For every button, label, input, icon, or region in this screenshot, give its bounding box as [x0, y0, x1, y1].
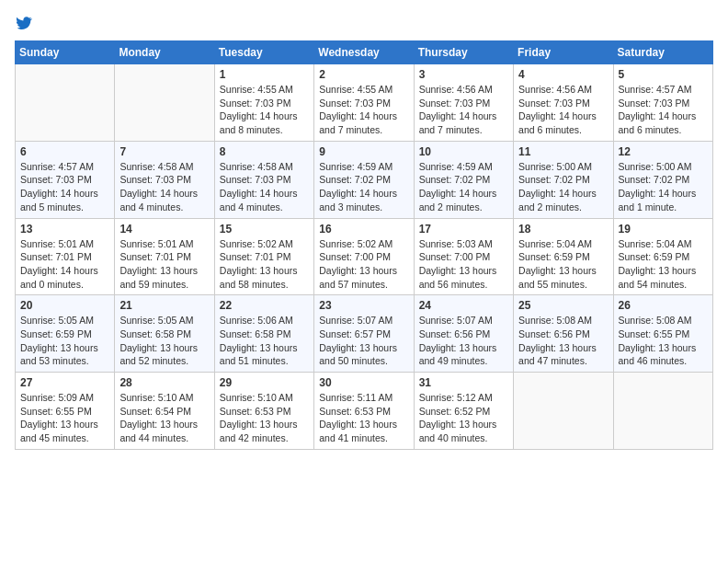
day-number: 27 — [20, 376, 109, 389]
day-number: 3 — [419, 68, 508, 81]
calendar-header-wednesday: Wednesday — [314, 41, 414, 64]
day-info: Sunrise: 5:01 AM Sunset: 7:01 PM Dayligh… — [119, 237, 209, 292]
day-info: Sunrise: 5:02 AM Sunset: 7:00 PM Dayligh… — [319, 237, 408, 292]
calendar-cell: 18Sunrise: 5:04 AM Sunset: 6:59 PM Dayli… — [514, 218, 613, 295]
calendar-cell: 9Sunrise: 4:59 AM Sunset: 7:02 PM Daylig… — [314, 141, 414, 218]
calendar-header-monday: Monday — [115, 41, 214, 64]
calendar-cell: 7Sunrise: 4:58 AM Sunset: 7:03 PM Daylig… — [115, 141, 214, 218]
day-info: Sunrise: 5:04 AM Sunset: 6:59 PM Dayligh… — [619, 237, 708, 292]
calendar-cell: 27Sunrise: 5:09 AM Sunset: 6:55 PM Dayli… — [16, 373, 115, 450]
day-number: 4 — [518, 68, 608, 81]
calendar-cell: 23Sunrise: 5:07 AM Sunset: 6:57 PM Dayli… — [314, 295, 414, 373]
calendar-cell: 28Sunrise: 5:10 AM Sunset: 6:54 PM Dayli… — [115, 373, 214, 450]
page-header — [15, 15, 713, 31]
day-info: Sunrise: 4:55 AM Sunset: 7:03 PM Dayligh… — [220, 83, 309, 137]
calendar-cell: 25Sunrise: 5:08 AM Sunset: 6:56 PM Dayli… — [514, 295, 613, 373]
day-number: 6 — [20, 145, 109, 158]
day-number: 19 — [619, 223, 708, 236]
calendar-cell — [613, 373, 712, 450]
day-info: Sunrise: 4:55 AM Sunset: 7:03 PM Dayligh… — [319, 83, 408, 137]
day-number: 30 — [319, 376, 408, 389]
day-number: 10 — [419, 145, 508, 158]
day-number: 31 — [419, 376, 508, 389]
day-info: Sunrise: 5:05 AM Sunset: 6:59 PM Dayligh… — [20, 314, 109, 368]
day-info: Sunrise: 4:59 AM Sunset: 7:02 PM Dayligh… — [319, 160, 408, 214]
calendar-cell: 24Sunrise: 5:07 AM Sunset: 6:56 PM Dayli… — [414, 295, 513, 373]
day-number: 12 — [619, 145, 708, 158]
calendar-cell — [115, 64, 214, 142]
calendar-cell: 13Sunrise: 5:01 AM Sunset: 7:01 PM Dayli… — [16, 218, 115, 295]
day-info: Sunrise: 4:58 AM Sunset: 7:03 PM Dayligh… — [220, 160, 309, 214]
logo-bird-icon — [17, 15, 33, 31]
day-number: 22 — [220, 299, 309, 312]
day-info: Sunrise: 5:00 AM Sunset: 7:02 PM Dayligh… — [619, 160, 708, 214]
day-info: Sunrise: 5:01 AM Sunset: 7:01 PM Dayligh… — [20, 237, 109, 292]
calendar-header-saturday: Saturday — [613, 41, 712, 64]
logo — [15, 15, 33, 31]
calendar-cell — [16, 64, 115, 142]
calendar-cell: 19Sunrise: 5:04 AM Sunset: 6:59 PM Dayli… — [613, 218, 712, 295]
day-number: 20 — [20, 299, 109, 312]
day-info: Sunrise: 5:05 AM Sunset: 6:58 PM Dayligh… — [119, 314, 209, 368]
calendar-header-sunday: Sunday — [16, 41, 115, 64]
day-number: 8 — [220, 145, 309, 158]
day-number: 17 — [419, 223, 508, 236]
calendar-cell: 22Sunrise: 5:06 AM Sunset: 6:58 PM Dayli… — [214, 295, 313, 373]
calendar-cell: 26Sunrise: 5:08 AM Sunset: 6:55 PM Dayli… — [613, 295, 712, 373]
calendar-cell: 2Sunrise: 4:55 AM Sunset: 7:03 PM Daylig… — [314, 64, 414, 142]
day-info: Sunrise: 5:04 AM Sunset: 6:59 PM Dayligh… — [518, 237, 608, 292]
day-number: 14 — [119, 223, 209, 236]
calendar-cell: 30Sunrise: 5:11 AM Sunset: 6:53 PM Dayli… — [314, 373, 414, 450]
calendar-cell: 5Sunrise: 4:57 AM Sunset: 7:03 PM Daylig… — [613, 64, 712, 142]
day-number: 29 — [220, 376, 309, 389]
day-number: 25 — [518, 299, 608, 312]
calendar-header-tuesday: Tuesday — [214, 41, 313, 64]
day-number: 24 — [419, 299, 508, 312]
day-number: 16 — [319, 223, 408, 236]
calendar-cell: 15Sunrise: 5:02 AM Sunset: 7:01 PM Dayli… — [214, 218, 313, 295]
calendar-cell: 6Sunrise: 4:57 AM Sunset: 7:03 PM Daylig… — [16, 141, 115, 218]
day-info: Sunrise: 5:09 AM Sunset: 6:55 PM Dayligh… — [20, 391, 109, 445]
day-info: Sunrise: 5:06 AM Sunset: 6:58 PM Dayligh… — [220, 314, 309, 368]
calendar-table: SundayMondayTuesdayWednesdayThursdayFrid… — [15, 40, 713, 450]
calendar-week-row: 13Sunrise: 5:01 AM Sunset: 7:01 PM Dayli… — [16, 218, 713, 295]
calendar-cell: 12Sunrise: 5:00 AM Sunset: 7:02 PM Dayli… — [613, 141, 712, 218]
day-info: Sunrise: 4:56 AM Sunset: 7:03 PM Dayligh… — [419, 83, 508, 137]
calendar-cell: 8Sunrise: 4:58 AM Sunset: 7:03 PM Daylig… — [214, 141, 313, 218]
day-info: Sunrise: 4:56 AM Sunset: 7:03 PM Dayligh… — [518, 83, 608, 137]
calendar-cell: 11Sunrise: 5:00 AM Sunset: 7:02 PM Dayli… — [514, 141, 613, 218]
day-number: 15 — [220, 223, 309, 236]
calendar-week-row: 1Sunrise: 4:55 AM Sunset: 7:03 PM Daylig… — [16, 64, 713, 142]
calendar-cell: 17Sunrise: 5:03 AM Sunset: 7:00 PM Dayli… — [414, 218, 513, 295]
day-info: Sunrise: 4:58 AM Sunset: 7:03 PM Dayligh… — [119, 160, 209, 214]
day-number: 28 — [119, 376, 209, 389]
day-number: 23 — [319, 299, 408, 312]
day-number: 5 — [619, 68, 708, 81]
calendar-cell: 16Sunrise: 5:02 AM Sunset: 7:00 PM Dayli… — [314, 218, 414, 295]
day-info: Sunrise: 5:07 AM Sunset: 6:57 PM Dayligh… — [319, 314, 408, 368]
calendar-week-row: 20Sunrise: 5:05 AM Sunset: 6:59 PM Dayli… — [16, 295, 713, 373]
day-info: Sunrise: 4:57 AM Sunset: 7:03 PM Dayligh… — [619, 83, 708, 137]
day-info: Sunrise: 4:57 AM Sunset: 7:03 PM Dayligh… — [20, 160, 109, 214]
calendar-week-row: 6Sunrise: 4:57 AM Sunset: 7:03 PM Daylig… — [16, 141, 713, 218]
day-number: 13 — [20, 223, 109, 236]
calendar-cell: 4Sunrise: 4:56 AM Sunset: 7:03 PM Daylig… — [514, 64, 613, 142]
day-number: 26 — [619, 299, 708, 312]
day-info: Sunrise: 5:11 AM Sunset: 6:53 PM Dayligh… — [319, 391, 408, 445]
calendar-cell: 14Sunrise: 5:01 AM Sunset: 7:01 PM Dayli… — [115, 218, 214, 295]
day-info: Sunrise: 5:07 AM Sunset: 6:56 PM Dayligh… — [419, 314, 508, 368]
day-number: 21 — [119, 299, 209, 312]
calendar-cell — [514, 373, 613, 450]
day-info: Sunrise: 5:10 AM Sunset: 6:53 PM Dayligh… — [220, 391, 309, 445]
calendar-header-row: SundayMondayTuesdayWednesdayThursdayFrid… — [16, 41, 713, 64]
day-info: Sunrise: 5:08 AM Sunset: 6:56 PM Dayligh… — [518, 314, 608, 368]
calendar-cell: 21Sunrise: 5:05 AM Sunset: 6:58 PM Dayli… — [115, 295, 214, 373]
calendar-cell: 20Sunrise: 5:05 AM Sunset: 6:59 PM Dayli… — [16, 295, 115, 373]
calendar-header-friday: Friday — [514, 41, 613, 64]
day-info: Sunrise: 4:59 AM Sunset: 7:02 PM Dayligh… — [419, 160, 508, 214]
day-number: 9 — [319, 145, 408, 158]
day-number: 18 — [518, 223, 608, 236]
calendar-cell: 31Sunrise: 5:12 AM Sunset: 6:52 PM Dayli… — [414, 373, 513, 450]
calendar-cell: 3Sunrise: 4:56 AM Sunset: 7:03 PM Daylig… — [414, 64, 513, 142]
day-info: Sunrise: 5:12 AM Sunset: 6:52 PM Dayligh… — [419, 391, 508, 445]
